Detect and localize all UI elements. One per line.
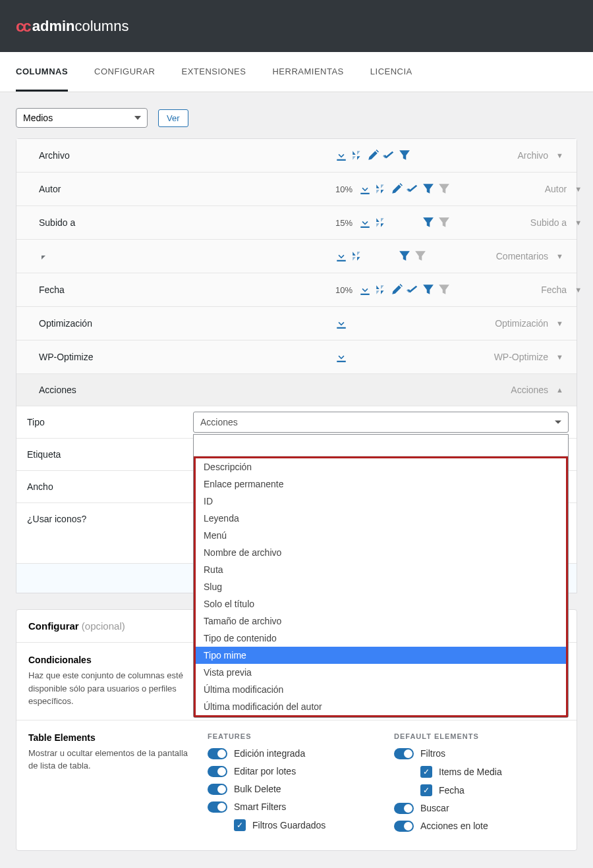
column-name: Optimización: [39, 318, 92, 329]
chevron-down-icon: ▼: [556, 151, 563, 159]
dropdown-option[interactable]: Tipo de contenido: [196, 630, 566, 647]
column-row[interactable]: AccionesAcciones▲: [16, 374, 577, 406]
filter-icon: [399, 149, 410, 161]
chevron-down-icon: ▼: [575, 286, 582, 294]
config-optional: (opcional): [82, 620, 125, 632]
width-percent: 10%: [335, 184, 353, 194]
tab-configurar[interactable]: CONFIGURAR: [94, 52, 155, 92]
dropdown-option[interactable]: Solo el título: [196, 595, 566, 612]
edit-icon: [391, 183, 403, 195]
dropdown-option[interactable]: Tamaño de archivo: [196, 612, 566, 630]
dropdown-option[interactable]: Slug: [196, 578, 566, 595]
column-row[interactable]: Comentarios▼: [16, 240, 577, 273]
column-type: Optimización: [495, 318, 548, 329]
edit-icon: [367, 149, 379, 161]
logo-icon: cc: [16, 17, 30, 36]
setting-label-iconos: ¿Usar iconos?: [16, 503, 193, 535]
filter-icon: [399, 250, 410, 262]
filter-icon: [422, 217, 434, 229]
chevron-down-icon: ▼: [556, 252, 563, 260]
config-title: Configurar: [28, 620, 79, 632]
download-icon: [359, 183, 371, 195]
chevron-down-icon: ▼: [556, 353, 563, 361]
setting-label-ancho: Ancho: [16, 471, 193, 502]
app-header: cc admincolumns: [0, 0, 593, 52]
setting-tipo: Tipo Acciones DescripciónEnlace permanen…: [16, 406, 577, 439]
toggle-acciones-lote[interactable]: [394, 821, 414, 832]
dropdown-options-list: DescripciónEnlace permanenteIDLeyendaMen…: [194, 456, 568, 717]
list-type-select[interactable]: Medios: [16, 108, 148, 128]
tipo-dropdown-panel: DescripciónEnlace permanenteIDLeyendaMen…: [193, 434, 569, 718]
column-name: WP-Optimize: [39, 352, 93, 362]
width-percent: 10%: [335, 285, 353, 295]
column-type: Archivo: [517, 150, 548, 161]
toggle-edicion-integrada[interactable]: [208, 748, 227, 759]
tab-herramientas[interactable]: HERRAMIENTAS: [272, 52, 343, 92]
download-icon: [335, 250, 347, 262]
bulk-icon: [383, 149, 395, 161]
column-type: Subido a: [530, 217, 567, 228]
dropdown-search-input[interactable]: [196, 437, 565, 453]
column-row[interactable]: OptimizaciónOptimización▼: [16, 307, 577, 340]
toggle-editar-lotes[interactable]: [208, 766, 227, 777]
download-icon: [335, 149, 347, 161]
filter-icon: [422, 284, 434, 296]
check-items-media[interactable]: ✓: [420, 766, 432, 778]
column-row[interactable]: ArchivoArchivo▼: [16, 139, 577, 173]
logo: cc admincolumns: [16, 17, 128, 36]
logo-suffix: columns: [75, 18, 129, 34]
dropdown-option[interactable]: Descripción: [196, 458, 566, 475]
columns-panel: ArchivoArchivo▼Autor10%Autor▼Subido a15%…: [16, 138, 577, 593]
column-settings: Tipo Acciones DescripciónEnlace permanen…: [16, 406, 577, 593]
toggle-buscar[interactable]: [394, 803, 414, 814]
toggle-smart-filters[interactable]: [208, 801, 227, 813]
column-row[interactable]: Fecha10%Fecha▼: [16, 273, 577, 307]
toggle-bulk-delete[interactable]: [208, 784, 227, 795]
dropdown-option[interactable]: Nombre de archivo: [196, 544, 566, 561]
tipo-dropdown[interactable]: Acciones: [193, 412, 569, 433]
dropdown-option[interactable]: Menú: [196, 527, 566, 544]
dropdown-option[interactable]: Enlace permanente: [196, 475, 566, 493]
tab-columnas[interactable]: COLUMNAS: [16, 52, 68, 92]
dropdown-option[interactable]: Última modificación: [196, 681, 566, 698]
check-filtros-guardados[interactable]: ✓: [234, 819, 246, 831]
dropdown-option[interactable]: Tipo mime: [196, 647, 566, 664]
tab-extensiones[interactable]: EXTENSIONES: [182, 52, 246, 92]
setting-label-tipo: Tipo: [16, 406, 193, 438]
column-row[interactable]: WP-OptimizeWP-Optimize▼: [16, 340, 577, 374]
bulk-icon: [407, 183, 418, 195]
tab-licencia[interactable]: LICENCIA: [370, 52, 412, 92]
download-icon: [335, 317, 347, 329]
dropdown-option[interactable]: Última modificación del autor: [196, 698, 566, 715]
column-row[interactable]: Subido a15%Subido a▼: [16, 206, 577, 240]
width-percent: 15%: [335, 218, 353, 228]
main-tabs: COLUMNAS CONFIGURAR EXTENSIONES HERRAMIE…: [0, 52, 593, 92]
view-button[interactable]: Ver: [158, 109, 188, 127]
dropdown-option[interactable]: Vista previa: [196, 664, 566, 681]
sort-icon: [375, 284, 387, 296]
check-fecha[interactable]: ✓: [420, 784, 432, 796]
toggle-filtros[interactable]: [394, 748, 414, 759]
column-type: Acciones: [511, 385, 548, 395]
funnel-gray-icon: [414, 250, 426, 262]
table-elements-title: Table Elements: [28, 732, 197, 743]
edit-icon: [391, 284, 403, 296]
logo-brand: admin: [32, 18, 75, 34]
dropdown-option[interactable]: Leyenda: [196, 510, 566, 527]
setting-label-etiqueta: Etiqueta: [16, 439, 193, 470]
toolbar: Medios Ver: [0, 92, 593, 138]
column-name: Autor: [39, 184, 61, 194]
column-name: Fecha: [39, 285, 65, 295]
download-icon: [359, 284, 371, 296]
dropdown-option[interactable]: Ruta: [196, 561, 566, 578]
dropdown-option[interactable]: ID: [196, 493, 566, 510]
defaults-column: DEFAULT ELEMENTS Filtros ✓Items de Media…: [394, 732, 565, 838]
column-name: Subido a: [39, 217, 75, 228]
defaults-heading: DEFAULT ELEMENTS: [394, 732, 565, 740]
chevron-up-icon: ▲: [556, 386, 563, 394]
conditionals-desc: Haz que este conjunto de columnas esté d…: [28, 669, 193, 708]
sort-icon: [351, 250, 363, 262]
column-row[interactable]: Autor10%Autor▼: [16, 173, 577, 206]
column-type: Fecha: [541, 285, 567, 295]
column-name: Archivo: [39, 150, 70, 161]
